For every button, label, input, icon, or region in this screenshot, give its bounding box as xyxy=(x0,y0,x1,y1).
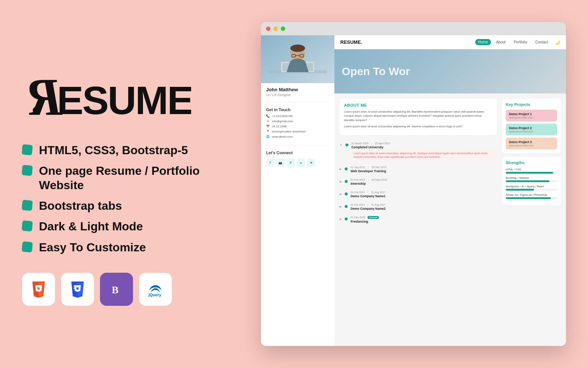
left-panel: R ESUME. HTML5, CSS3, Bootstrap-5 One pa… xyxy=(22,62,213,306)
strength-item-3: Adobe Xd / Figma /Ai / Photoshop xyxy=(506,193,557,199)
social-buttons: f 📷 ✕ in ▶ xyxy=(266,157,329,168)
timeline-dates-2: 01 Feb 2013 | 26 Sept 2013 xyxy=(351,178,497,181)
browser-dot-green xyxy=(281,26,285,31)
browser-content: John Matthew UI / UX Designer Get in Tou… xyxy=(261,35,566,346)
nav-brand: RESUME. xyxy=(340,39,362,45)
strength-label-1: Boostrap / Tailwind xyxy=(506,176,557,180)
social-facebook[interactable]: f xyxy=(266,159,274,167)
contact-phone-text: +1-0123456789 xyxy=(272,114,293,118)
social-linkedin[interactable]: in xyxy=(297,159,305,167)
strength-item-0: HTML / CSS xyxy=(506,168,557,174)
nav-about[interactable]: About xyxy=(493,39,509,45)
timeline-arrow-4[interactable]: ▶ xyxy=(340,205,342,208)
contact-email-text: info@gmail.com xyxy=(272,120,293,123)
social-twitter[interactable]: ✕ xyxy=(287,159,295,167)
timeline-dot-3 xyxy=(345,192,348,195)
profile-info: John Matthew UI / UX Designer xyxy=(261,83,334,100)
dark-mode-toggle[interactable]: 🌙 xyxy=(555,40,560,45)
timeline-content-2: 01 Feb 2013 | 26 Sept 2013 Internship xyxy=(351,178,497,185)
strength-bar-fill-1 xyxy=(506,180,549,182)
logo: R ESUME. xyxy=(22,62,213,121)
timeline-arrow-2[interactable]: ▶ xyxy=(340,180,342,183)
timeline-arrow-5[interactable]: ▶ xyxy=(340,217,342,221)
project-url-1: www.demo.link1.com xyxy=(509,116,554,119)
social-instagram[interactable]: 📷 xyxy=(276,159,284,167)
project-card-3[interactable]: Demo Project 3 www.demo.link3.com xyxy=(506,138,557,149)
project-card-2[interactable]: Demo Project 2 www.demo.link2.com xyxy=(506,124,557,135)
timeline-item-4: ▶ 01 Oct 2013 | 31 Aug 2017 Demo Company… xyxy=(340,201,497,213)
timeline-title-5: Freelancing xyxy=(351,220,497,223)
about-title: ABOUT ME xyxy=(344,103,492,107)
timeline-item-0: ▼ 31 March 2009 | 25 April 2012 Complete… xyxy=(340,139,497,163)
project-name-1: Demo Project 1 xyxy=(509,112,554,116)
timeline-arrow-3[interactable]: ▶ xyxy=(340,192,342,196)
timeline-dates-5: 01 Nov 2023 Current xyxy=(351,216,497,219)
strength-bar-fill-3 xyxy=(506,197,551,199)
profile-photo xyxy=(261,35,334,83)
timeline: ▼ 31 March 2009 | 25 April 2012 Complete… xyxy=(340,139,497,226)
contact-location: 📍 dummylocation downtown xyxy=(266,130,329,133)
contact-title: Get in Touch xyxy=(266,107,329,112)
bullet-darkmode xyxy=(22,220,33,231)
browser-dot-yellow xyxy=(273,26,278,31)
timeline-content-3: 01 Oct 2013 | 31 Aug 2017 Demo Company N… xyxy=(351,191,497,198)
content-area: ABOUT ME Lorem ipsum dolor sit amet cons… xyxy=(334,93,566,346)
feature-item-customize: Easy To Customize xyxy=(22,240,213,254)
strength-bar-fill-0 xyxy=(506,172,553,174)
strength-bar-bg-3 xyxy=(506,197,557,199)
contact-phone: 📞 +1-0123456789 xyxy=(266,114,329,118)
strength-bar-fill-2 xyxy=(506,189,534,191)
strength-label-2: Wordpress / Js / Jquery / React xyxy=(506,185,557,188)
project-name-3: Demo Project 3 xyxy=(509,140,554,144)
contact-dob-text: 24.12.1996 xyxy=(272,125,287,128)
feature-item-tabs: Bootstrap tabs xyxy=(22,199,213,213)
project-card-1[interactable]: Demo Project 1 www.demo.link1.com xyxy=(506,110,557,121)
resume-navbar: RESUME. Home About Portfolio Contact 🌙 xyxy=(334,35,566,49)
timeline-dates-3: 01 Oct 2013 | 31 Aug 2017 xyxy=(351,191,497,194)
social-youtube[interactable]: ▶ xyxy=(307,159,315,167)
web-icon: 🌐 xyxy=(266,135,270,138)
timeline-title-2: Internship xyxy=(351,182,497,185)
timeline-title-3: Demo Company Name1 xyxy=(351,194,497,198)
timeline-desc-0: Lorem ipsum dolor sit amet consectetur, … xyxy=(351,150,497,160)
svg-point-21 xyxy=(290,45,305,52)
contact-web: 🌐 www.demo.com xyxy=(266,135,329,138)
timeline-content-1: 01 July 2012 | 25 Dec 2012 Web Developer… xyxy=(351,166,497,173)
timeline-arrow-0[interactable]: ▼ xyxy=(340,144,343,147)
svg-text:B: B xyxy=(112,284,119,296)
feature-item-onepage: One page Resume / Portfolio Website xyxy=(22,164,213,192)
about-para1: Lorem ipsum dolor sit amet consectetur a… xyxy=(344,110,492,122)
timeline-dates-0: 31 March 2009 | 25 April 2012 xyxy=(351,142,497,145)
strength-bar-bg-2 xyxy=(506,189,557,191)
tech-icon-css: 3 xyxy=(61,273,94,306)
feature-label-darkmode: Dark & Light Mode xyxy=(39,219,143,233)
feature-item-html5: HTML5, CSS3, Bootstrap-5 xyxy=(22,143,213,157)
strength-bar-bg-0 xyxy=(506,172,557,174)
timeline-content-4: 01 Oct 2013 | 31 Aug 2017 Demo Company N… xyxy=(351,204,497,210)
strengths-title: Strengths xyxy=(506,160,557,165)
bullet-onepage xyxy=(22,165,33,176)
hero-section: Open To Wor xyxy=(334,49,566,93)
email-icon: ✉ xyxy=(266,119,270,123)
nav-contact[interactable]: Contact xyxy=(533,39,551,45)
feature-item-darkmode: Dark & Light Mode xyxy=(22,219,213,233)
timeline-arrow-1[interactable]: ▶ xyxy=(340,167,342,171)
nav-portfolio[interactable]: Portfolio xyxy=(511,39,530,45)
tech-icons: 3 B jQuery xyxy=(22,273,213,306)
timeline-dot-1 xyxy=(345,167,348,170)
svg-text:jQuery: jQuery xyxy=(148,293,162,297)
divider-1 xyxy=(266,102,329,102)
svg-text:3: 3 xyxy=(73,285,76,290)
resume-sidebar: John Matthew UI / UX Designer Get in Tou… xyxy=(261,35,334,346)
timeline-item-5: ▶ 01 Nov 2023 Current Freelancing xyxy=(340,213,497,226)
nav-home[interactable]: Home xyxy=(475,39,491,45)
feature-label-onepage: One page Resume / Portfolio Website xyxy=(39,164,213,192)
social-section: Let's Connect f 📷 ✕ in ▶ xyxy=(261,148,334,171)
nav-links: Home About Portfolio Contact 🌙 xyxy=(475,39,560,45)
contact-section: Get in Touch 📞 +1-0123456789 ✉ info@gmai… xyxy=(261,105,334,143)
bullet-customize xyxy=(22,241,33,252)
badge-current: Current xyxy=(368,216,379,219)
main-column: ABOUT ME Lorem ipsum dolor sit amet cons… xyxy=(340,99,497,341)
timeline-title-4: Demo Company Name2 xyxy=(351,207,497,210)
projects-title: Key Projects xyxy=(506,102,557,107)
